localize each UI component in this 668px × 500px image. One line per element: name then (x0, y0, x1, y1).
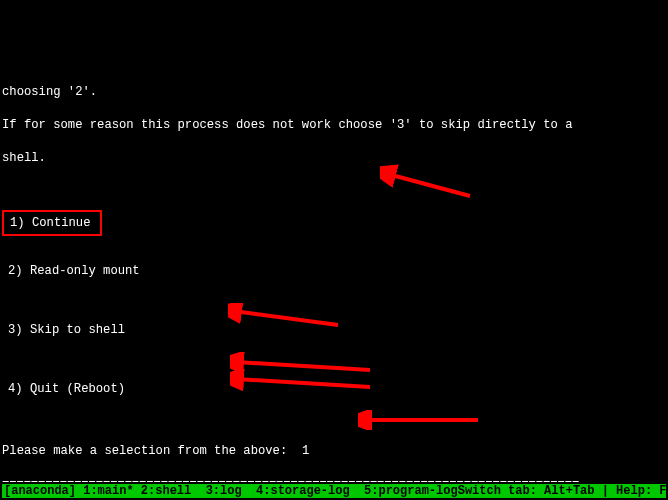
selection-prompt: Please make a selection from the above: … (2, 443, 666, 459)
menu-option-skip[interactable]: 3) Skip to shell (2, 320, 666, 340)
intro-line1: choosing '2'. (2, 84, 666, 100)
statusbar-help: Switch tab: Alt+Tab | Help: F1 (458, 484, 668, 498)
selection-value[interactable]: 1 (302, 444, 309, 458)
menu-option-quit[interactable]: 4) Quit (Reboot) (2, 379, 666, 399)
terminal-output: choosing '2'. If for some reason this pr… (2, 68, 666, 500)
menu-option-continue[interactable]: 1) Continue (2, 210, 102, 236)
intro-line2: If for some reason this process does not… (2, 117, 666, 133)
intro-line3: shell. (2, 150, 666, 166)
statusbar-tabs[interactable]: [anaconda] 1:main* 2:shell 3:log 4:stora… (2, 484, 458, 498)
status-bar: [anaconda] 1:main* 2:shell 3:log 4:stora… (2, 484, 666, 498)
menu-option-readonly[interactable]: 2) Read-only mount (2, 261, 666, 281)
